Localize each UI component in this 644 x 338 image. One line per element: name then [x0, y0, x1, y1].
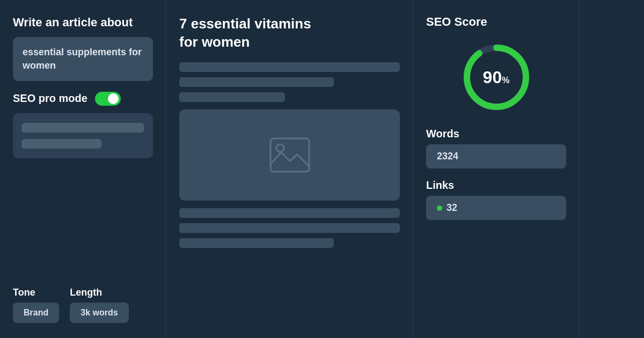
- content-bar-6: [179, 238, 334, 248]
- topic-text: essential supplements for women: [23, 46, 143, 72]
- svg-point-1: [276, 144, 284, 152]
- content-bar-1: [179, 62, 400, 72]
- words-value: 2324: [437, 151, 458, 162]
- seo-mode-toggle[interactable]: [95, 92, 121, 106]
- tone-group: Tone Brand: [13, 287, 59, 323]
- article-title: 7 essential vitaminsfor women: [179, 15, 400, 52]
- words-box: 2324: [426, 144, 566, 168]
- seo-score-label: SEO Score: [426, 15, 566, 29]
- seo-options-box: [13, 113, 153, 158]
- seo-score-circle-container: 90%: [426, 40, 566, 115]
- content-bar-5: [179, 223, 400, 233]
- tone-length-row: Tone Brand Length 3k words: [13, 287, 153, 323]
- write-about-label: Write an article about: [13, 15, 153, 31]
- words-section: Words 2324: [426, 128, 566, 168]
- content-bar-2: [179, 77, 334, 87]
- topic-box[interactable]: essential supplements for women: [13, 37, 153, 81]
- image-placeholder: [179, 109, 400, 201]
- seo-percent: 90: [483, 68, 502, 87]
- seo-option-bar-1: [21, 123, 144, 133]
- left-panel: Write an article about essential supplem…: [0, 0, 166, 338]
- seo-mode-row: SEO pro mode: [13, 92, 153, 106]
- seo-mode-label: SEO pro mode: [13, 92, 87, 105]
- middle-panel: 7 essential vitaminsfor women: [166, 0, 413, 338]
- toggle-knob: [108, 93, 119, 104]
- length-label: Length: [70, 287, 128, 298]
- content-bar-4: [179, 208, 400, 218]
- links-box: 32: [426, 196, 566, 220]
- length-group: Length 3k words: [70, 287, 128, 323]
- green-dot-icon: [437, 205, 442, 211]
- image-icon: [268, 136, 311, 174]
- circle-center: 90%: [483, 69, 510, 86]
- tone-label: Tone: [13, 287, 59, 298]
- content-bar-3: [179, 92, 285, 102]
- right-panel: SEO Score 90% Words 2324 Links 32: [413, 0, 580, 338]
- tone-value[interactable]: Brand: [13, 303, 59, 323]
- links-label: Links: [426, 179, 566, 192]
- links-value: 32: [447, 202, 457, 214]
- words-label: Words: [426, 128, 566, 140]
- seo-unit: %: [502, 76, 509, 85]
- svg-rect-0: [270, 138, 309, 172]
- links-section: Links 32: [426, 179, 566, 220]
- content-preview: [179, 62, 400, 248]
- seo-score-circle: 90%: [459, 40, 534, 115]
- length-value[interactable]: 3k words: [70, 303, 128, 323]
- seo-option-bar-2: [21, 139, 101, 149]
